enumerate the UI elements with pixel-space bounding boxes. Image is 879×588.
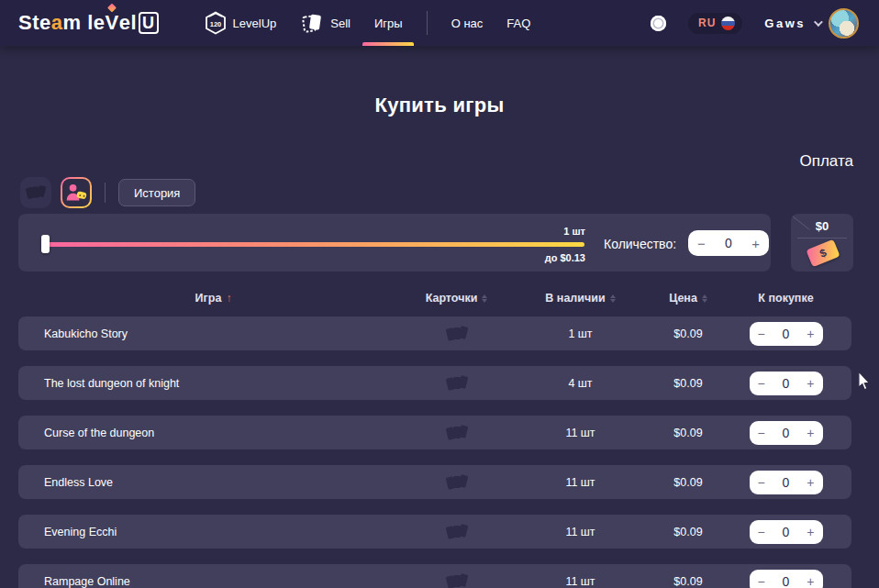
theme-toggle-icon[interactable] xyxy=(651,16,666,31)
minus-button[interactable]: − xyxy=(750,476,773,489)
row-quantity-stepper[interactable]: −0+ xyxy=(750,421,823,445)
sort-icon xyxy=(610,294,616,303)
sort-icon xyxy=(702,294,707,303)
nav-item-levelup[interactable]: 120 LevelUp xyxy=(205,0,277,46)
russia-flag-icon xyxy=(721,17,735,30)
minus-button[interactable]: − xyxy=(750,427,773,439)
stock-value: 11 шт xyxy=(505,575,656,588)
minus-button[interactable]: − xyxy=(750,327,773,340)
plus-button[interactable]: + xyxy=(798,327,822,340)
table-row: The lost dungeon of knight 4 шт $0.09 −0… xyxy=(18,366,851,400)
nav-item-sell[interactable]: Sell xyxy=(300,0,350,46)
column-label: В наличии xyxy=(545,292,605,305)
game-name: Rampage Online xyxy=(18,575,408,588)
svg-text:120: 120 xyxy=(209,20,221,28)
column-label: К покупке xyxy=(758,292,813,305)
game-name: Endless Love xyxy=(18,476,408,489)
minus-button[interactable]: − xyxy=(750,526,773,538)
username: Gaws xyxy=(764,17,806,30)
nav-item-faq[interactable]: FAQ xyxy=(506,0,530,46)
stock-value: 11 шт xyxy=(505,526,656,538)
plus-button[interactable]: + xyxy=(798,575,822,588)
plus-button[interactable]: + xyxy=(798,526,822,538)
language-code: RU xyxy=(698,17,716,29)
language-selector[interactable]: RU xyxy=(688,13,742,34)
games-view-button[interactable] xyxy=(61,177,92,208)
cards-icon xyxy=(445,374,469,393)
history-button[interactable]: История xyxy=(118,179,195,206)
page-title: Купить игры xyxy=(0,94,879,117)
column-label: Цена xyxy=(669,292,697,305)
header-right: RU Gaws xyxy=(651,8,859,39)
logo-u-box: U xyxy=(139,12,159,34)
minus-button[interactable]: − xyxy=(688,237,715,250)
table-row: Kabukicho Story 1 шт $0.09 −0+ xyxy=(18,316,851,350)
cards-icon xyxy=(445,473,469,492)
table-row: Evening Ecchi 11 шт $0.09 −0+ xyxy=(18,515,851,549)
logo[interactable]: Steam leVelU xyxy=(18,11,159,35)
table-header: Игра ↑ Карточки В наличии Цена К покупке xyxy=(18,287,851,309)
row-quantity-stepper[interactable]: −0+ xyxy=(750,322,823,346)
quantity-value: 0 xyxy=(783,426,790,440)
table-row: Endless Love 11 шт $0.09 −0+ xyxy=(18,465,851,499)
quantity-value: 0 xyxy=(725,236,732,250)
quantity-value: 0 xyxy=(783,327,790,341)
main-nav: 120 LevelUp Sell Игры О нас FAQ xyxy=(205,0,531,46)
logo-text: le xyxy=(87,11,105,35)
payment-divider xyxy=(797,238,847,239)
avatar[interactable] xyxy=(829,8,859,39)
minus-button[interactable]: − xyxy=(750,575,773,588)
stock-value: 11 шт xyxy=(505,427,656,439)
cards-icon xyxy=(445,572,469,588)
plus-button[interactable]: + xyxy=(798,476,822,489)
sort-asc-icon: ↑ xyxy=(226,292,231,305)
row-quantity-stepper[interactable]: −0+ xyxy=(750,570,823,588)
price-ticket-icon: $ xyxy=(806,239,840,268)
user-menu[interactable]: Gaws xyxy=(764,8,859,39)
plus-button[interactable]: + xyxy=(798,377,822,390)
cards-view-button[interactable] xyxy=(20,177,51,208)
toggle-divider xyxy=(105,183,106,203)
sell-cards-icon xyxy=(300,11,324,35)
row-quantity-stepper[interactable]: −0+ xyxy=(750,520,823,544)
quantity-stepper[interactable]: − 0 + xyxy=(688,230,769,256)
quantity-slider-handle[interactable] xyxy=(41,235,50,253)
quantity-slider-track[interactable] xyxy=(46,242,584,247)
column-game[interactable]: Игра ↑ xyxy=(18,292,408,305)
slider-max-label: 1 шт xyxy=(514,226,585,237)
nav-label: Sell xyxy=(330,17,350,30)
chevron-down-icon xyxy=(814,17,823,27)
nav-item-games[interactable]: Игры xyxy=(374,0,403,46)
logo-text: m xyxy=(63,11,82,35)
column-cards[interactable]: Карточки xyxy=(408,292,505,305)
column-buy[interactable]: К покупке xyxy=(720,292,851,305)
column-stock[interactable]: В наличии xyxy=(505,292,656,305)
currency-symbol: $ xyxy=(818,246,828,260)
minus-button[interactable]: − xyxy=(750,377,773,390)
cards-icon xyxy=(445,424,469,442)
nav-divider xyxy=(427,11,428,35)
plus-button[interactable]: + xyxy=(742,237,769,250)
column-price[interactable]: Цена xyxy=(656,292,720,305)
row-quantity-stepper[interactable]: −0+ xyxy=(750,372,823,395)
plus-button[interactable]: + xyxy=(798,427,822,439)
top-header: Steam leVelU 120 LevelUp Sell Игры О нас xyxy=(0,0,879,46)
game-name: Kabukicho Story xyxy=(18,327,408,340)
games-list: Kabukicho Story 1 шт $0.09 −0+ The lost … xyxy=(18,316,851,588)
payment-panel[interactable]: $0 $ xyxy=(791,214,853,272)
cards-icon xyxy=(445,523,469,541)
column-label: Игра xyxy=(195,292,222,305)
purchase-panel: 1 шт до $0.13 Количество: − 0 + xyxy=(18,214,771,272)
price-value: $0.09 xyxy=(656,476,720,489)
logo-text: Ste xyxy=(18,11,51,35)
nav-item-about[interactable]: О нас xyxy=(451,0,484,46)
stock-value: 11 шт xyxy=(505,476,656,489)
logo-text: el xyxy=(119,11,137,35)
levelup-badge-icon: 120 xyxy=(205,11,227,35)
nav-label: О нас xyxy=(451,17,484,30)
logo-text-accent: a xyxy=(51,11,63,35)
row-quantity-stepper[interactable]: −0+ xyxy=(750,471,823,494)
cards-icon xyxy=(25,183,47,202)
nav-label: Игры xyxy=(374,17,403,30)
price-value: $0.09 xyxy=(656,427,720,439)
